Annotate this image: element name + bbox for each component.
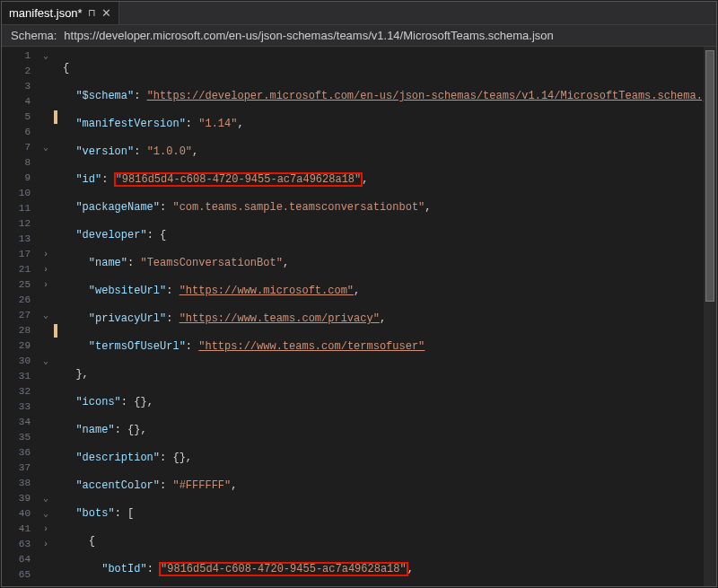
line-number: 36 <box>2 445 38 461</box>
change-mark <box>54 201 63 216</box>
change-mark <box>54 140 63 155</box>
fold-toggle[interactable]: › <box>38 277 54 293</box>
change-mark <box>54 430 63 445</box>
change-mark <box>54 323 63 338</box>
fold-toggle <box>38 232 54 247</box>
close-icon[interactable]: ✕ <box>101 6 111 20</box>
fold-gutter[interactable]: ⌄⌄›››⌄⌄⌄⌄›››› <box>38 47 54 586</box>
change-mark <box>54 369 63 384</box>
change-mark <box>54 277 63 293</box>
fold-toggle <box>38 567 54 583</box>
line-number: 38 <box>2 476 38 491</box>
change-mark <box>54 110 63 125</box>
fold-toggle <box>38 155 54 171</box>
schema-url[interactable]: https://developer.microsoft.com/en-us/js… <box>64 29 554 42</box>
line-number: 66 <box>2 583 38 586</box>
fold-toggle[interactable]: › <box>38 522 54 537</box>
change-mark <box>54 399 63 415</box>
line-number: 28 <box>2 323 38 338</box>
change-mark <box>54 64 63 79</box>
line-number-gutter: 1234567891011121317212526272829303132333… <box>2 47 38 586</box>
line-number: 13 <box>2 232 38 247</box>
vertical-scrollbar[interactable] <box>704 47 716 586</box>
change-mark <box>54 445 63 461</box>
change-mark <box>54 293 63 308</box>
editor-window: manifest.json* ⊓ ✕ Schema: https://devel… <box>1 1 717 587</box>
change-mark <box>54 262 63 277</box>
fold-toggle <box>38 445 54 461</box>
code-editor[interactable]: 1234567891011121317212526272829303132333… <box>2 47 716 586</box>
fold-toggle <box>38 552 54 567</box>
fold-toggle[interactable]: › <box>38 247 54 262</box>
highlight-id: "9816d5d4-c608-4720-9455-ac7a49628a18" <box>115 173 363 186</box>
highlight-botid: "9816d5d4-c608-4720-9455-ac7a49628a18" <box>160 563 407 575</box>
change-mark <box>54 79 63 94</box>
line-number: 9 <box>2 171 38 186</box>
change-mark <box>54 171 63 186</box>
line-number: 1 <box>2 48 38 64</box>
line-number: 33 <box>2 399 38 415</box>
scrollbar-thumb[interactable] <box>705 50 714 302</box>
schema-bar: Schema: https://developer.microsoft.com/… <box>2 25 716 47</box>
line-number: 25 <box>2 277 38 293</box>
line-number: 10 <box>2 186 38 201</box>
change-mark <box>54 537 63 552</box>
fold-toggle <box>38 461 54 476</box>
change-mark <box>54 506 63 522</box>
line-number: 6 <box>2 125 38 140</box>
fold-toggle <box>38 384 54 399</box>
fold-toggle[interactable]: ⌄ <box>38 48 54 64</box>
line-number: 32 <box>2 384 38 399</box>
fold-toggle <box>38 323 54 338</box>
change-marks-gutter <box>54 47 63 586</box>
file-tab-manifest[interactable]: manifest.json* ⊓ ✕ <box>2 2 119 24</box>
change-mark <box>54 583 63 586</box>
line-number: 30 <box>2 354 38 369</box>
fold-toggle[interactable]: ⌄ <box>38 308 54 323</box>
change-mark <box>54 232 63 247</box>
fold-toggle[interactable]: ⌄ <box>38 140 54 155</box>
line-number: 17 <box>2 247 38 262</box>
change-mark <box>54 567 63 583</box>
fold-toggle <box>38 171 54 186</box>
change-mark <box>54 308 63 323</box>
change-mark <box>54 384 63 399</box>
change-mark <box>54 491 63 506</box>
change-mark <box>54 354 63 369</box>
line-number: 34 <box>2 415 38 430</box>
fold-toggle <box>38 201 54 216</box>
change-mark <box>54 247 63 262</box>
change-mark <box>54 552 63 567</box>
fold-toggle[interactable]: › <box>38 262 54 277</box>
line-number: 8 <box>2 155 38 171</box>
fold-toggle <box>38 216 54 232</box>
line-number: 64 <box>2 552 38 567</box>
line-number: 35 <box>2 430 38 445</box>
fold-toggle <box>38 338 54 354</box>
fold-toggle <box>38 293 54 308</box>
fold-toggle <box>38 476 54 491</box>
fold-toggle[interactable]: ⌄ <box>38 354 54 369</box>
fold-toggle <box>38 369 54 384</box>
fold-toggle <box>38 110 54 125</box>
line-number: 2 <box>2 64 38 79</box>
schema-label: Schema: <box>11 29 57 42</box>
fold-toggle[interactable]: › <box>38 537 54 552</box>
line-number: 5 <box>2 110 38 125</box>
change-mark <box>54 48 63 64</box>
change-mark <box>54 125 63 140</box>
fold-toggle <box>38 125 54 140</box>
line-number: 7 <box>2 140 38 155</box>
pin-icon[interactable]: ⊓ <box>88 7 96 19</box>
fold-toggle <box>38 583 54 586</box>
change-mark <box>54 186 63 201</box>
line-number: 12 <box>2 216 38 232</box>
fold-toggle[interactable]: ⌄ <box>38 506 54 522</box>
change-mark <box>54 216 63 232</box>
change-mark <box>54 476 63 491</box>
fold-toggle <box>38 94 54 110</box>
line-number: 65 <box>2 567 38 583</box>
code-content[interactable]: { "$schema": "https://developer.microsof… <box>63 47 716 586</box>
fold-toggle[interactable]: ⌄ <box>38 491 54 506</box>
line-number: 41 <box>2 522 38 537</box>
